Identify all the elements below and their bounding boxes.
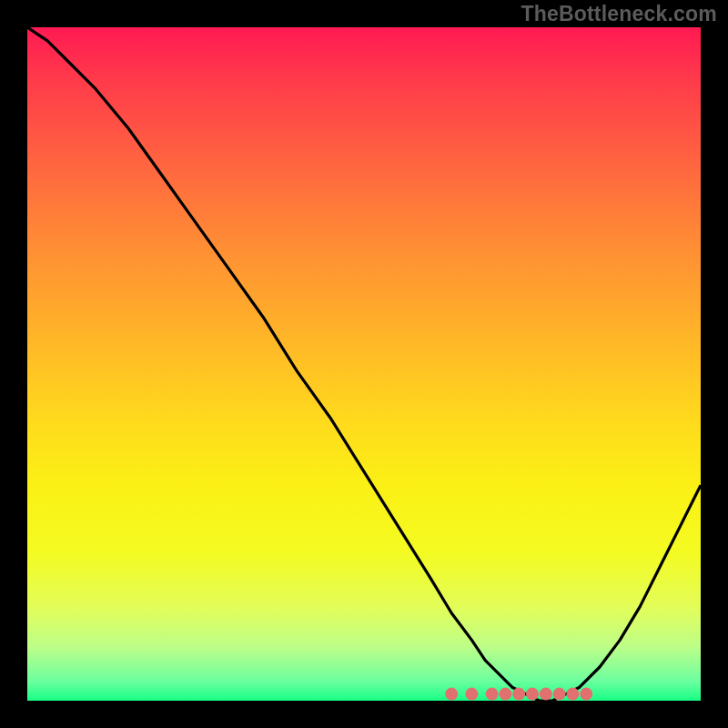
flat-region-marker	[566, 688, 579, 701]
plot-area	[27, 27, 701, 701]
flat-region-marker	[499, 688, 511, 701]
flat-region-marker	[512, 688, 525, 701]
flat-region-markers	[445, 688, 592, 701]
flat-region-marker	[580, 688, 592, 701]
flat-region-marker	[553, 688, 566, 701]
bottleneck-curve	[27, 27, 701, 701]
flat-region-marker	[540, 688, 552, 701]
flat-region-marker	[486, 688, 499, 701]
watermark-label: TheBottleneck.com	[521, 2, 717, 26]
flat-region-marker	[526, 688, 539, 701]
chart-frame: TheBottleneck.com	[0, 0, 728, 728]
curve-layer	[27, 27, 701, 701]
flat-region-marker	[445, 688, 458, 701]
flat-region-marker	[465, 688, 478, 701]
